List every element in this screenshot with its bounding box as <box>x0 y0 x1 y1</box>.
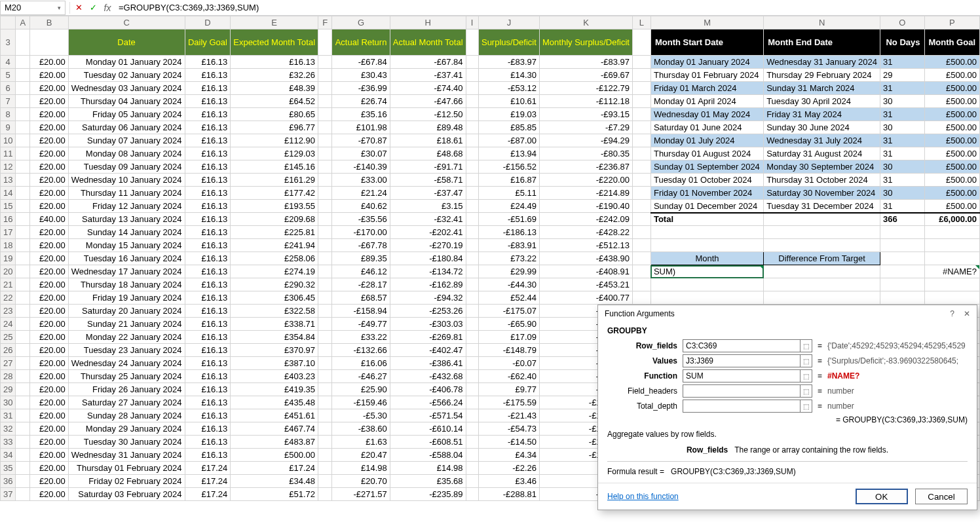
cancel-formula-icon[interactable]: ✕ <box>71 3 86 12</box>
row-header[interactable]: 8 <box>1 108 16 121</box>
fx-icon[interactable]: fx <box>100 3 115 13</box>
row-header[interactable]: 20 <box>1 265 16 278</box>
row-header[interactable]: 22 <box>1 291 16 305</box>
column-title[interactable]: Month Goal <box>924 29 980 56</box>
col-header[interactable]: K <box>540 16 633 29</box>
row-header[interactable]: 3 <box>1 29 16 56</box>
arg-input[interactable] <box>683 384 801 398</box>
col-header[interactable]: C <box>68 16 185 29</box>
row-header[interactable]: 28 <box>1 370 16 383</box>
dialog-help-icon[interactable]: ? <box>950 309 954 318</box>
row-header[interactable]: 12 <box>1 160 16 174</box>
collapse-dialog-icon[interactable]: ⬚ <box>801 384 812 398</box>
ok-button[interactable]: OK <box>856 489 908 504</box>
name-box[interactable]: M20 ▾ <box>0 1 66 15</box>
column-title[interactable]: Daily Goal <box>185 29 231 56</box>
col-header[interactable]: H <box>390 16 466 29</box>
column-title[interactable]: Actual Month Total <box>390 29 466 56</box>
row-header[interactable]: 18 <box>1 239 16 252</box>
collapse-dialog-icon[interactable]: ⬚ <box>801 369 812 382</box>
arg-input[interactable] <box>683 354 801 367</box>
row-header[interactable]: 6 <box>1 82 16 95</box>
col-header[interactable]: N <box>764 16 880 29</box>
function-arguments-dialog[interactable]: Function Arguments ? ✕ GROUPBY Row_field… <box>597 305 977 510</box>
col-header[interactable]: L <box>632 16 650 29</box>
chevron-down-icon[interactable]: ▾ <box>58 5 61 11</box>
name-box-value: M20 <box>5 3 21 12</box>
column-title[interactable]: Actual Return <box>332 29 390 56</box>
column-title[interactable]: Monthly Surplus/Deficit <box>540 29 633 56</box>
cancel-button[interactable]: Cancel <box>915 489 968 504</box>
row-header[interactable]: 27 <box>1 357 16 370</box>
row-header[interactable]: 31 <box>1 409 16 422</box>
row-header[interactable]: 14 <box>1 187 16 200</box>
col-header[interactable]: B <box>30 16 68 29</box>
row-header[interactable]: 24 <box>1 318 16 331</box>
col-header[interactable]: D <box>185 16 231 29</box>
column-title[interactable]: Month End Date <box>764 29 880 56</box>
col-header[interactable]: J <box>478 16 539 29</box>
active-cell[interactable]: SUM) <box>650 265 763 278</box>
row-header[interactable]: 17 <box>1 226 16 239</box>
error-cell[interactable]: #NAME? <box>924 265 980 278</box>
arg-input[interactable] <box>683 369 801 382</box>
col-header[interactable]: O <box>880 16 924 29</box>
row-header[interactable]: 21 <box>1 278 16 291</box>
row-header[interactable]: 19 <box>1 252 16 265</box>
row-header[interactable]: 13 <box>1 174 16 187</box>
row-header[interactable]: 5 <box>1 69 16 82</box>
arg-hint-label: Row_fields <box>687 445 728 455</box>
arg-label: Row_fields <box>607 341 683 350</box>
row-header[interactable]: 16 <box>1 213 16 226</box>
row-header[interactable]: 33 <box>1 436 16 449</box>
row-header[interactable]: 34 <box>1 449 16 462</box>
col-header[interactable]: P <box>924 16 980 29</box>
col-header[interactable]: M <box>650 16 763 29</box>
formula-result-value: GROUPBY(C3:C369,J3:J369,SUM) <box>671 467 796 476</box>
column-title[interactable]: Expected Month Total <box>231 29 318 56</box>
row-header[interactable]: 37 <box>1 488 16 501</box>
row-header[interactable]: 4 <box>1 56 16 69</box>
col-header[interactable]: F <box>318 16 332 29</box>
row-header[interactable]: 32 <box>1 422 16 436</box>
result-header-month[interactable]: Month <box>650 252 763 265</box>
row-header[interactable]: 23 <box>1 305 16 318</box>
accept-formula-icon[interactable]: ✓ <box>86 3 100 12</box>
arg-label: Field_headers <box>607 386 683 396</box>
select-all-corner[interactable] <box>1 16 16 29</box>
help-link[interactable]: Help on this function <box>607 492 679 501</box>
col-header[interactable]: I <box>466 16 478 29</box>
row-header[interactable]: 35 <box>1 462 16 475</box>
column-title[interactable]: Month Start Date <box>650 29 763 56</box>
result-header-diff[interactable]: Difference From Target <box>764 252 880 265</box>
row-header[interactable]: 9 <box>1 121 16 134</box>
dialog-title: Function Arguments <box>605 309 675 318</box>
row-header[interactable]: 25 <box>1 331 16 344</box>
collapse-dialog-icon[interactable]: ⬚ <box>801 354 812 367</box>
row-header[interactable]: 26 <box>1 344 16 357</box>
arg-label: Values <box>607 356 683 365</box>
dialog-description: Aggregate values by row fields. <box>607 430 968 439</box>
row-header[interactable]: 10 <box>1 134 16 147</box>
column-title[interactable]: Surplus/Deficit <box>478 29 539 56</box>
column-title[interactable]: Date <box>68 29 185 56</box>
col-header[interactable]: G <box>332 16 390 29</box>
close-icon[interactable]: ✕ <box>964 309 970 318</box>
row-header[interactable]: 36 <box>1 475 16 488</box>
arg-input[interactable] <box>683 339 801 352</box>
column-title[interactable]: No Days <box>880 29 924 56</box>
col-header[interactable]: A <box>16 16 30 29</box>
row-header[interactable]: 30 <box>1 396 16 409</box>
arg-input[interactable] <box>683 400 801 413</box>
row-header[interactable]: 7 <box>1 95 16 108</box>
formula-input[interactable] <box>115 1 980 15</box>
collapse-dialog-icon[interactable]: ⬚ <box>801 339 812 352</box>
collapse-dialog-icon[interactable]: ⬚ <box>801 400 812 413</box>
row-header[interactable]: 29 <box>1 383 16 396</box>
arg-result: number <box>827 386 854 396</box>
row-header[interactable]: 15 <box>1 200 16 213</box>
arg-result: {'Date';45292;45293;45294;45295;4529 <box>827 341 966 350</box>
col-header[interactable]: E <box>231 16 318 29</box>
arg-result: {'Surplus/Deficit';-83.9690322580645; <box>827 356 958 365</box>
row-header[interactable]: 11 <box>1 147 16 160</box>
